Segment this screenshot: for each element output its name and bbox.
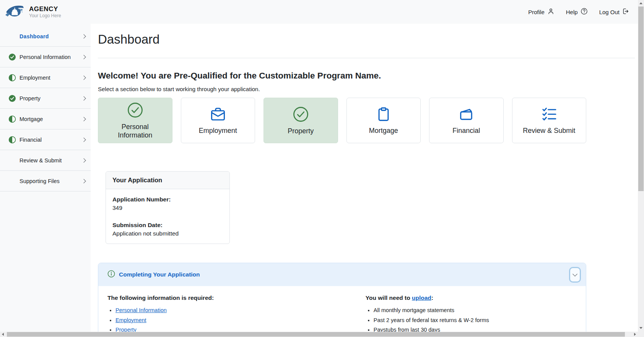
sidebar-item-personal-information[interactable]: Personal Information	[0, 47, 91, 67]
collapse-toggle-button[interactable]	[569, 267, 581, 283]
complete-check-icon	[8, 53, 16, 61]
sidebar-item-employment[interactable]: Employment	[0, 67, 91, 88]
help-button[interactable]: Help	[566, 8, 588, 16]
scrollbar-corner	[638, 332, 644, 337]
application-number-label: Application Number:	[112, 196, 223, 203]
sidebar-item-supporting-files[interactable]: Supporting Files	[0, 171, 91, 191]
horizontal-scrollbar-thumb[interactable]	[7, 332, 625, 337]
main-content: Dashboard Welcome! You are Pre-Qualified…	[91, 24, 638, 332]
status-icon-slot	[8, 33, 16, 40]
sidebar-nav: Dashboard Personal Information Employmen…	[0, 24, 91, 332]
capitol-swoosh-icon	[5, 3, 26, 21]
sidebar-item-label: Financial	[20, 137, 42, 143]
scroll-left-arrow[interactable]	[2, 333, 4, 336]
sidebar-item-review-submit[interactable]: Review & Submit	[0, 150, 91, 171]
person-icon	[547, 8, 555, 16]
chevron-down-icon	[572, 272, 577, 276]
list-item: Paystubs from last 30 days	[374, 326, 577, 332]
sidebar-item-label: Property	[20, 95, 41, 101]
completing-application-header[interactable]: Completing Your Application	[98, 263, 586, 286]
section-cards-row: Personal Information Employment Property	[98, 98, 586, 143]
card-label: Review & Submit	[523, 127, 575, 135]
chevron-right-icon	[81, 75, 86, 80]
application-number-field: Application Number: 349	[112, 196, 223, 211]
submission-date-field: Submission Date: Application not submitt…	[112, 221, 223, 237]
required-links-list: Personal Information Employment Property	[107, 307, 366, 332]
wallet-icon	[458, 106, 475, 124]
in-progress-icon	[8, 74, 16, 82]
sidebar-item-label: Mortgage	[20, 116, 43, 122]
card-financial[interactable]: Financial	[429, 98, 504, 143]
submission-date-label: Submission Date:	[112, 221, 223, 229]
list-item: Past 2 years of federal tax returns & W-…	[374, 317, 577, 324]
page-title: Dashboard	[98, 32, 635, 47]
briefcase-icon	[210, 106, 226, 124]
scroll-down-arrow[interactable]	[639, 327, 642, 329]
profile-label: Profile	[528, 9, 545, 15]
chevron-right-icon	[81, 117, 86, 121]
sidebar-item-dashboard[interactable]: Dashboard	[0, 26, 91, 47]
card-property[interactable]: Property	[263, 98, 338, 143]
chevron-right-icon	[81, 158, 86, 162]
sidebar-item-label: Personal Information	[20, 54, 71, 60]
top-header: AGENCY Your Logo Here Profile Help Log O…	[0, 0, 638, 24]
agency-logo: AGENCY Your Logo Here	[5, 3, 61, 21]
header-actions: Profile Help Log Out	[528, 8, 629, 16]
card-review-submit[interactable]: Review & Submit	[512, 98, 587, 143]
horizontal-scrollbar[interactable]	[0, 332, 638, 337]
vertical-scrollbar-thumb[interactable]	[638, 7, 644, 191]
card-employment[interactable]: Employment	[181, 98, 255, 143]
logo-title: AGENCY	[29, 6, 61, 13]
required-info-column: The following information is required: P…	[107, 294, 366, 332]
card-label: Mortgage	[369, 127, 398, 135]
vertical-scrollbar[interactable]	[638, 0, 644, 332]
check-circle-icon	[292, 106, 309, 124]
application-card-title: Your Application	[106, 172, 229, 189]
sidebar-item-financial[interactable]: Financial	[0, 129, 91, 150]
upload-column: You will need to upload: All monthly mor…	[366, 294, 577, 332]
sidebar-item-label: Supporting Files	[20, 178, 60, 184]
card-mortgage[interactable]: Mortgage	[346, 98, 421, 143]
sidebar-item-property[interactable]: Property	[0, 88, 91, 109]
list-item: All monthly mortgage statements	[374, 307, 577, 314]
property-link[interactable]: Property	[115, 327, 137, 332]
scroll-right-arrow[interactable]	[634, 333, 636, 336]
upload-heading-suffix: :	[431, 294, 433, 301]
upload-heading-prefix: You will need to	[366, 294, 412, 301]
complete-check-icon	[8, 95, 16, 102]
chevron-right-icon	[81, 34, 86, 38]
status-icon-slot	[8, 157, 16, 164]
sidebar-item-mortgage[interactable]: Mortgage	[0, 109, 91, 129]
help-label: Help	[566, 9, 578, 15]
card-label: Property	[288, 127, 314, 136]
logo-subtitle: Your Logo Here	[29, 13, 61, 18]
sidebar-item-label: Employment	[20, 75, 50, 81]
info-icon	[107, 270, 115, 279]
welcome-heading: Welcome! You are Pre-Qualified for the C…	[98, 70, 586, 82]
upload-link[interactable]: upload	[412, 294, 431, 301]
logout-icon	[622, 8, 629, 16]
app-window: AGENCY Your Logo Here Profile Help Log O…	[0, 0, 638, 332]
in-progress-icon	[8, 136, 16, 144]
scroll-up-arrow[interactable]	[639, 2, 642, 4]
logout-button[interactable]: Log Out	[599, 8, 629, 16]
title-divider	[98, 58, 635, 58]
required-info-heading: The following information is required:	[107, 294, 366, 301]
welcome-subtext: Select a section below to start working …	[98, 85, 586, 93]
upload-heading: You will need to upload:	[366, 294, 577, 301]
list-item: Property	[115, 326, 366, 332]
card-personal-information[interactable]: Personal Information	[98, 98, 172, 143]
card-label: Financial	[452, 127, 480, 135]
personal-information-link[interactable]: Personal Information	[115, 307, 167, 313]
help-icon	[581, 8, 588, 16]
employment-link[interactable]: Employment	[115, 317, 146, 323]
chevron-right-icon	[81, 55, 86, 59]
profile-button[interactable]: Profile	[528, 8, 555, 16]
completing-application-panel: Completing Your Application The followin…	[98, 263, 586, 332]
list-item: Personal Information	[115, 307, 366, 314]
checklist-icon	[541, 106, 558, 124]
sidebar-item-label: Dashboard	[20, 33, 49, 39]
in-progress-icon	[8, 115, 16, 123]
card-label: Personal Information	[104, 123, 166, 140]
card-label: Employment	[199, 127, 237, 135]
